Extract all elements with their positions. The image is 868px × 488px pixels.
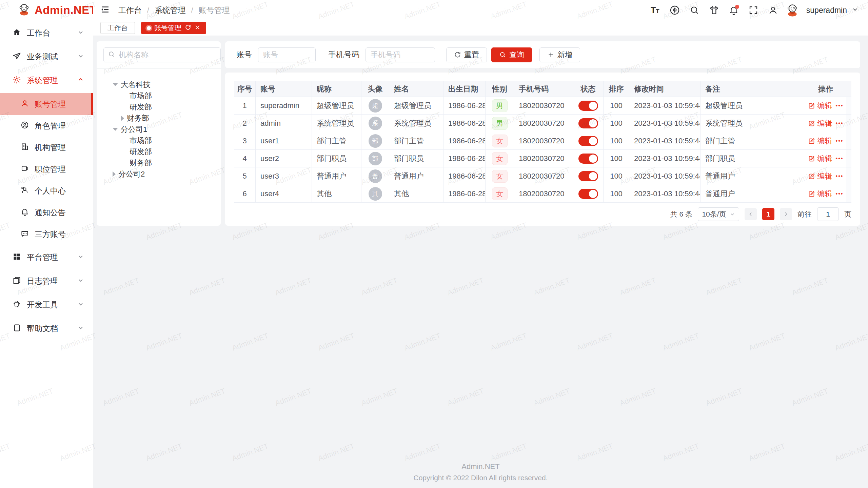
org-search-input[interactable] [119, 50, 216, 59]
breadcrumb-separator: / [191, 6, 193, 14]
tree-node[interactable]: 财务部 [97, 113, 221, 124]
sidebar: Admin.NET 工作台 业务测试 系统管理 账号管理 [0, 0, 93, 488]
active-tab-dot-icon [147, 26, 151, 30]
role-icon [20, 121, 29, 131]
tree-node[interactable]: 分公司2 [97, 168, 221, 180]
edit-button[interactable]: 编辑 [808, 136, 832, 146]
language-icon[interactable] [667, 3, 682, 18]
chevron-down-icon [77, 277, 84, 285]
more-actions-button[interactable]: ••• [836, 120, 844, 126]
breadcrumb-item[interactable]: 系统管理 [155, 5, 186, 16]
edit-button[interactable]: 编辑 [808, 118, 832, 128]
sidebar-item-log-management[interactable]: 日志管理 [0, 270, 93, 292]
theme-icon[interactable] [707, 3, 722, 18]
notification-badge [735, 5, 739, 9]
tab-close-icon[interactable] [195, 24, 200, 32]
sidebar-subitem-notice[interactable]: 通知公告 [0, 202, 93, 223]
prev-page-button[interactable] [745, 208, 757, 220]
gender-badge: 女 [492, 170, 508, 183]
notification-icon[interactable] [726, 3, 741, 18]
table-row: 1 superadmin 超级管理员 超 超级管理员 1986-06-28 男 … [234, 97, 851, 115]
status-toggle[interactable] [578, 101, 598, 111]
next-page-button[interactable] [780, 208, 792, 220]
tab-refresh-icon[interactable] [185, 24, 191, 32]
menu-fold-icon[interactable] [100, 4, 110, 16]
page-number-active[interactable]: 1 [762, 208, 774, 220]
tree-node[interactable]: 研发部 [97, 146, 221, 157]
sidebar-item-business-test[interactable]: 业务测试 [0, 46, 93, 67]
breadcrumb-item-current: 账号管理 [199, 5, 230, 16]
tab-workbench[interactable]: 工作台 [100, 22, 135, 34]
page-size-select[interactable]: 10条/页 [698, 207, 739, 221]
goto-page-input[interactable] [817, 207, 839, 221]
sidebar-item-platform-management[interactable]: 平台管理 [0, 246, 93, 268]
tab-account-management[interactable]: 账号管理 [141, 22, 206, 34]
scrollbar-gutter [846, 81, 851, 97]
status-toggle[interactable] [578, 136, 598, 146]
sidebar-subitem-position-management[interactable]: 职位管理 [0, 158, 93, 180]
caret-down-icon[interactable] [113, 83, 118, 86]
notebook-icon [12, 323, 21, 334]
chevron-down-icon [77, 324, 84, 332]
search-button[interactable]: 查询 [491, 47, 532, 62]
chevron-down-icon [730, 211, 735, 217]
more-actions-button[interactable]: ••• [836, 156, 844, 162]
breadcrumb: 工作台 / 系统管理 / 账号管理 [118, 5, 230, 16]
chip-icon [12, 300, 21, 310]
grid-icon [12, 252, 21, 263]
sidebar-item-workbench[interactable]: 工作台 [0, 22, 93, 44]
sidebar-item-help-docs[interactable]: 帮助文档 [0, 318, 93, 339]
tree-node[interactable]: 分公司1 [97, 124, 221, 135]
profile-icon[interactable] [766, 3, 781, 18]
reset-button[interactable]: 重置 [446, 47, 487, 62]
header-actions: TT superadmin [648, 3, 868, 18]
search-icon[interactable] [687, 3, 702, 18]
tree-node[interactable]: 大名科技 [97, 79, 221, 90]
sidebar-item-system-management[interactable]: 系统管理 [0, 69, 93, 91]
app-logo[interactable]: Admin.NET [0, 0, 93, 20]
edit-button[interactable]: 编辑 [808, 171, 832, 181]
more-actions-button[interactable]: ••• [836, 173, 844, 179]
sidebar-item-dev-tools[interactable]: 开发工具 [0, 294, 93, 316]
sidebar-subitem-account-management[interactable]: 账号管理 [0, 93, 93, 115]
fullscreen-icon[interactable] [746, 3, 761, 18]
sidebar-subitem-role-management[interactable]: 角色管理 [0, 115, 93, 137]
table-row: 4 user2 部门职员 部 部门职员 1986-06-28 女 1802003… [234, 150, 851, 167]
sidebar-subitem-personal-center[interactable]: 个人中心 [0, 180, 93, 202]
account-input[interactable] [258, 47, 316, 62]
user-chevron-down-icon[interactable] [852, 6, 859, 14]
status-toggle[interactable] [578, 171, 598, 181]
tree-node[interactable]: 市场部 [97, 90, 221, 101]
caret-right-icon[interactable] [113, 171, 116, 177]
add-button[interactable]: 新增 [539, 47, 580, 62]
edit-button[interactable]: 编辑 [808, 189, 832, 199]
caret-down-icon[interactable] [113, 128, 118, 131]
home-icon [12, 28, 21, 38]
more-actions-button[interactable]: ••• [836, 191, 844, 197]
user-avatar[interactable] [785, 3, 800, 17]
breadcrumb-item[interactable]: 工作台 [118, 5, 142, 16]
font-size-icon[interactable]: TT [648, 3, 663, 18]
caret-right-icon[interactable] [121, 116, 124, 121]
more-actions-button[interactable]: ••• [836, 138, 844, 144]
tree-node[interactable]: 市场部 [97, 135, 221, 146]
tree-node[interactable]: 财务部 [97, 157, 221, 168]
more-actions-button[interactable]: ••• [836, 103, 844, 109]
chevron-down-icon [77, 301, 84, 309]
table-row: 2 admin 系统管理员 系 系统管理员 1986-06-28 男 18020… [234, 115, 851, 132]
chat-bubble-icon [20, 229, 29, 239]
username[interactable]: superadmin [806, 6, 847, 15]
status-toggle[interactable] [578, 189, 598, 199]
tree-node[interactable]: 研发部 [97, 101, 221, 113]
sidebar-subitem-organization-management[interactable]: 机构管理 [0, 137, 93, 158]
top-header: 工作台 / 系统管理 / 账号管理 TT superadmin [93, 0, 868, 20]
status-toggle[interactable] [578, 154, 598, 164]
sidebar-subitem-third-party-account[interactable]: 三方账号 [0, 223, 93, 245]
user-icon [20, 99, 29, 109]
status-toggle[interactable] [578, 118, 598, 128]
phone-input[interactable] [366, 47, 435, 62]
filter-panel: 账号 手机号码 重置 查询 新增 [225, 41, 860, 68]
edit-button[interactable]: 编辑 [808, 101, 832, 111]
search-icon [108, 50, 115, 59]
edit-button[interactable]: 编辑 [808, 154, 832, 164]
